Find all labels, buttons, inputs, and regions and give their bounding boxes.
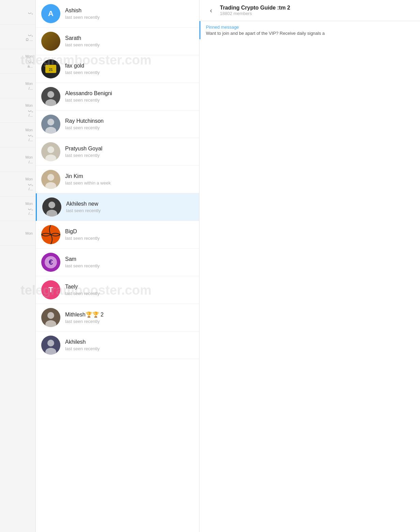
- contact-status: last seen recently: [65, 153, 194, 158]
- sidebar-preview2: /...: [29, 113, 33, 117]
- contact-name: Alessandro Benigni: [65, 90, 194, 97]
- sidebar-preview: /...: [29, 160, 33, 164]
- chat-header: ‹ Trading Crypto Guide :tm 2 18802 membe…: [199, 0, 420, 21]
- avatar: [41, 142, 60, 161]
- avatar: A: [41, 4, 60, 23]
- sidebar-preview2: /...: [29, 187, 33, 191]
- chat-members: 18802 members: [220, 11, 290, 16]
- contact-item[interactable]: Akhileshlast seen recently: [36, 331, 199, 359]
- pinned-label: Pinned message: [206, 25, 415, 30]
- sidebar-preview: ب.ٍ: [28, 59, 33, 63]
- contact-status: last seen recently: [65, 346, 194, 351]
- sidebar: ب.ٍب.ٍΩ ...Monب.ٍa...Mon/...Monب.ٍ/...Mo…: [0, 0, 36, 532]
- sidebar-preview2: /...: [29, 138, 33, 142]
- sidebar-item[interactable]: Mon/...: [0, 74, 35, 98]
- avatar: 21: [41, 59, 60, 78]
- contact-info: Ray Hutchinsonlast seen recently: [65, 118, 194, 130]
- sidebar-item[interactable]: Monب.ٍ/...: [0, 196, 35, 221]
- contact-name: Jin Kim: [65, 173, 194, 179]
- avatar: €: [41, 253, 60, 272]
- sidebar-preview2: Ω ...: [26, 38, 33, 42]
- contact-item[interactable]: Jin Kimlast seen within a week: [36, 166, 199, 193]
- contact-item[interactable]: 21fax goldlast seen recently: [36, 55, 199, 83]
- sidebar-time: Mon: [26, 103, 33, 107]
- sidebar-time: Mon: [26, 128, 33, 132]
- pinned-message[interactable]: Pinned message Want to join and be apart…: [199, 21, 420, 39]
- avatar: [41, 87, 60, 106]
- contact-info: fax goldlast seen recently: [65, 63, 194, 75]
- sidebar-preview: ب.ٍ: [28, 182, 33, 186]
- contact-status: last seen recently: [65, 236, 194, 241]
- contact-status: last seen recently: [65, 98, 194, 103]
- svg-text:€: €: [49, 258, 53, 266]
- avatar: [41, 308, 60, 327]
- sidebar-preview: /...: [29, 86, 33, 90]
- sidebar-time: Mon: [26, 82, 33, 86]
- chat-title: Trading Crypto Guide :tm 2: [220, 5, 290, 11]
- contact-item[interactable]: Sarathlast seen recently: [36, 28, 199, 55]
- sidebar-preview: ب.ٍ: [28, 133, 33, 137]
- sidebar-item[interactable]: Monب.ٍ/...: [0, 172, 35, 196]
- sidebar-preview2: /...: [29, 211, 33, 216]
- contact-name: BigD: [65, 228, 194, 235]
- svg-point-2: [47, 91, 54, 98]
- sidebar-item[interactable]: ب.ٍ: [0, 0, 35, 25]
- contact-name: Akhilesh new: [66, 201, 194, 207]
- svg-point-9: [45, 182, 56, 189]
- contact-name: Mithlesh🏆🏆 2: [65, 311, 194, 318]
- contact-status: last seen recently: [65, 125, 194, 130]
- contact-info: Pratyush Goyallast seen recently: [65, 146, 194, 158]
- contact-item[interactable]: Akhilesh newlast seen recently: [36, 193, 199, 221]
- contact-status: last seen recently: [65, 42, 194, 47]
- chat-header-info: Trading Crypto Guide :tm 2 18802 members: [220, 5, 290, 16]
- contact-name: Sam: [65, 256, 194, 262]
- contact-item[interactable]: Alessandro Benignilast seen recently: [36, 83, 199, 110]
- contact-item[interactable]: Pratyush Goyallast seen recently: [36, 138, 199, 166]
- svg-point-4: [47, 119, 54, 125]
- contact-name: Pratyush Goyal: [65, 146, 194, 152]
- sidebar-item[interactable]: Monب.ٍ/...: [0, 98, 35, 123]
- contact-info: Sarathlast seen recently: [65, 35, 194, 47]
- avatar: [42, 197, 61, 217]
- contact-panel: AAshishlast seen recentlySarathlast seen…: [36, 0, 199, 532]
- contact-info: Alessandro Benignilast seen recently: [65, 90, 194, 103]
- svg-point-3: [45, 99, 56, 106]
- contact-status: last seen recently: [65, 70, 194, 75]
- sidebar-item[interactable]: Monب.ٍa...: [0, 49, 35, 74]
- svg-point-8: [47, 174, 54, 181]
- sidebar-item[interactable]: Mon/...: [0, 147, 35, 172]
- sidebar-item[interactable]: Mon: [0, 221, 35, 246]
- contact-status: last seen recently: [65, 15, 194, 20]
- avatar: [41, 336, 60, 355]
- contact-item[interactable]: AAshishlast seen recently: [36, 0, 199, 28]
- contact-item[interactable]: Ray Hutchinsonlast seen recently: [36, 110, 199, 138]
- svg-point-11: [46, 210, 57, 217]
- contact-item[interactable]: TTaelylast seen recently: [36, 276, 199, 304]
- contact-name: fax gold: [65, 63, 194, 69]
- contact-item[interactable]: €Samlast seen recently: [36, 249, 199, 276]
- contact-name: Ashish: [65, 8, 194, 14]
- avatar: [41, 32, 60, 51]
- contact-name: Sarath: [65, 35, 194, 41]
- contact-info: Mithlesh🏆🏆 2last seen recently: [65, 311, 194, 324]
- avatar: T: [41, 280, 60, 299]
- sidebar-time: Mon: [26, 155, 33, 159]
- contact-item[interactable]: BigDlast seen recently: [36, 221, 199, 249]
- svg-point-15: [47, 312, 54, 319]
- contact-item[interactable]: Mithlesh🏆🏆 2last seen recently: [36, 304, 199, 331]
- avatar: [41, 170, 60, 189]
- sidebar-preview: ب.ٍ: [28, 206, 33, 211]
- sidebar-time: Mon: [26, 202, 33, 206]
- svg-point-7: [45, 154, 56, 161]
- back-button[interactable]: ‹: [206, 5, 216, 16]
- contact-info: BigDlast seen recently: [65, 228, 194, 241]
- svg-text:21: 21: [49, 68, 53, 72]
- contact-status: last seen within a week: [65, 180, 194, 186]
- avatar: [41, 225, 60, 244]
- svg-point-10: [48, 202, 55, 208]
- contact-info: Taelylast seen recently: [65, 284, 194, 296]
- pinned-text: Want to join and be apart of the VIP? Re…: [206, 31, 415, 36]
- sidebar-item[interactable]: Monب.ٍ/...: [0, 123, 35, 147]
- sidebar-preview: ب.ٍ: [28, 10, 33, 15]
- sidebar-item[interactable]: ب.ٍΩ ...: [0, 25, 35, 49]
